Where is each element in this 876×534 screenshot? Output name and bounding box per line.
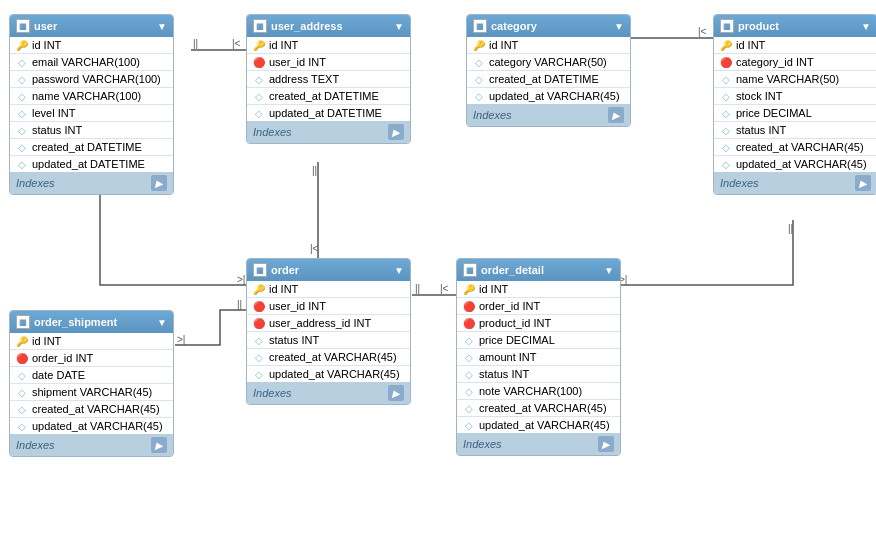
footer-arrow[interactable]: ▶ [608, 107, 624, 123]
field-text: updated_at VARCHAR(45) [489, 90, 620, 102]
table-row[interactable]: ◇ status INT [457, 366, 620, 383]
field-icon: ◇ [16, 73, 28, 85]
table-row[interactable]: 🔴 user_address_id INT [247, 315, 410, 332]
table-footer-order_shipment[interactable]: Indexes ▶ [10, 434, 173, 456]
table-footer-user[interactable]: Indexes ▶ [10, 172, 173, 194]
table-row[interactable]: 🔴 product_id INT [457, 315, 620, 332]
table-dropdown-arrow[interactable]: ▼ [861, 21, 871, 32]
footer-arrow[interactable]: ▶ [855, 175, 871, 191]
field-text: status INT [32, 124, 82, 136]
table-row[interactable]: 🔑 id INT [467, 37, 630, 54]
table-row[interactable]: 🔴 user_id INT [247, 298, 410, 315]
field-text: created_at VARCHAR(45) [269, 351, 397, 363]
field-icon: ◇ [16, 420, 28, 432]
table-row[interactable]: ◇ note VARCHAR(100) [457, 383, 620, 400]
table-order: ▦ order ▼ 🔑 id INT 🔴 user_id INT 🔴 user_… [246, 258, 411, 405]
table-row[interactable]: ◇ amount INT [457, 349, 620, 366]
table-row[interactable]: 🔑 id INT [10, 333, 173, 350]
table-row[interactable]: 🔴 user_id INT [247, 54, 410, 71]
table-row[interactable]: ◇ level INT [10, 105, 173, 122]
table-row[interactable]: ◇ price DECIMAL [714, 105, 876, 122]
table-category: ▦ category ▼ 🔑 id INT ◇ category VARCHAR… [466, 14, 631, 127]
table-row[interactable]: ◇ name VARCHAR(50) [714, 71, 876, 88]
table-dropdown-arrow[interactable]: ▼ [614, 21, 624, 32]
table-row[interactable]: ◇ updated_at VARCHAR(45) [467, 88, 630, 104]
field-text: price DECIMAL [736, 107, 812, 119]
table-row[interactable]: ◇ category VARCHAR(50) [467, 54, 630, 71]
table-icon: ▦ [253, 19, 267, 33]
table-header-order_shipment[interactable]: ▦ order_shipment ▼ [10, 311, 173, 333]
footer-arrow[interactable]: ▶ [598, 436, 614, 452]
table-icon: ▦ [473, 19, 487, 33]
table-row[interactable]: ◇ status INT [10, 122, 173, 139]
table-dropdown-arrow[interactable]: ▼ [157, 21, 167, 32]
table-user_address: ▦ user_address ▼ 🔑 id INT 🔴 user_id INT … [246, 14, 411, 144]
table-row[interactable]: ◇ created_at VARCHAR(45) [247, 349, 410, 366]
table-row[interactable]: ◇ updated_at DATETIME [10, 156, 173, 172]
table-row[interactable]: ◇ created_at DATETIME [10, 139, 173, 156]
table-row[interactable]: ◇ created_at VARCHAR(45) [457, 400, 620, 417]
table-row[interactable]: ◇ updated_at DATETIME [247, 105, 410, 121]
table-row[interactable]: 🔑 id INT [247, 37, 410, 54]
table-row[interactable]: ◇ name VARCHAR(100) [10, 88, 173, 105]
table-row[interactable]: ◇ email VARCHAR(100) [10, 54, 173, 71]
table-icon: ▦ [16, 19, 30, 33]
footer-arrow[interactable]: ▶ [388, 385, 404, 401]
table-row[interactable]: ◇ updated_at VARCHAR(45) [10, 418, 173, 434]
field-text: id INT [32, 39, 61, 51]
table-row[interactable]: 🔑 id INT [457, 281, 620, 298]
table-row[interactable]: 🔴 category_id INT [714, 54, 876, 71]
table-row[interactable]: ◇ updated_at VARCHAR(45) [714, 156, 876, 172]
table-row[interactable]: 🔑 id INT [247, 281, 410, 298]
table-row[interactable]: ◇ status INT [247, 332, 410, 349]
table-dropdown-arrow[interactable]: ▼ [604, 265, 614, 276]
svg-text:|<: |< [310, 243, 319, 254]
table-header-order_detail[interactable]: ▦ order_detail ▼ [457, 259, 620, 281]
table-row[interactable]: ◇ updated_at VARCHAR(45) [247, 366, 410, 382]
table-row[interactable]: ◇ status INT [714, 122, 876, 139]
table-dropdown-arrow[interactable]: ▼ [394, 21, 404, 32]
table-dropdown-arrow[interactable]: ▼ [157, 317, 167, 328]
field-icon: ◇ [463, 368, 475, 380]
field-text: name VARCHAR(50) [736, 73, 839, 85]
field-icon: ◇ [720, 141, 732, 153]
footer-arrow[interactable]: ▶ [388, 124, 404, 140]
table-footer-product[interactable]: Indexes ▶ [714, 172, 876, 194]
table-row[interactable]: 🔑 id INT [714, 37, 876, 54]
field-text: price DECIMAL [479, 334, 555, 346]
field-text: updated_at VARCHAR(45) [32, 420, 163, 432]
table-header-product[interactable]: ▦ product ▼ [714, 15, 876, 37]
table-row[interactable]: ◇ price DECIMAL [457, 332, 620, 349]
table-footer-order_detail[interactable]: Indexes ▶ [457, 433, 620, 455]
table-row[interactable]: ◇ password VARCHAR(100) [10, 71, 173, 88]
table-dropdown-arrow[interactable]: ▼ [394, 265, 404, 276]
table-row[interactable]: ◇ created_at VARCHAR(45) [10, 401, 173, 418]
table-header-user_address[interactable]: ▦ user_address ▼ [247, 15, 410, 37]
table-row[interactable]: ◇ updated_at VARCHAR(45) [457, 417, 620, 433]
table-footer-user_address[interactable]: Indexes ▶ [247, 121, 410, 143]
table-row[interactable]: 🔴 order_id INT [457, 298, 620, 315]
table-header-category[interactable]: ▦ category ▼ [467, 15, 630, 37]
table-row[interactable]: 🔑 id INT [10, 37, 173, 54]
table-footer-order[interactable]: Indexes ▶ [247, 382, 410, 404]
table-row[interactable]: ◇ created_at VARCHAR(45) [714, 139, 876, 156]
table-row[interactable]: ◇ created_at DATETIME [247, 88, 410, 105]
field-text: address TEXT [269, 73, 339, 85]
table-footer-category[interactable]: Indexes ▶ [467, 104, 630, 126]
table-row[interactable]: ◇ stock INT [714, 88, 876, 105]
field-text: status INT [269, 334, 319, 346]
table-body-order: 🔑 id INT 🔴 user_id INT 🔴 user_address_id… [247, 281, 410, 382]
table-row[interactable]: ◇ address TEXT [247, 71, 410, 88]
table-row[interactable]: ◇ date DATE [10, 367, 173, 384]
footer-arrow[interactable]: ▶ [151, 437, 167, 453]
field-text: id INT [736, 39, 765, 51]
table-header-order[interactable]: ▦ order ▼ [247, 259, 410, 281]
table-header-user[interactable]: ▦ user ▼ [10, 15, 173, 37]
field-icon: ◇ [253, 73, 265, 85]
table-row[interactable]: ◇ created_at DATETIME [467, 71, 630, 88]
footer-arrow[interactable]: ▶ [151, 175, 167, 191]
table-row[interactable]: 🔴 order_id INT [10, 350, 173, 367]
table-name: user_address [271, 20, 343, 32]
table-row[interactable]: ◇ shipment VARCHAR(45) [10, 384, 173, 401]
svg-text:>|: >| [237, 274, 245, 285]
